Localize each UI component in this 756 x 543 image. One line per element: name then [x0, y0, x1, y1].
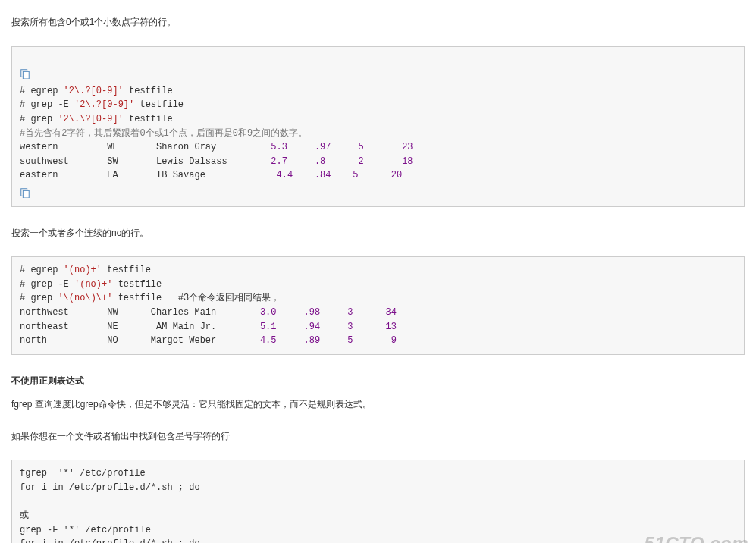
copy-icon[interactable] — [20, 186, 30, 200]
table-row: northeast NE AM Main Jr. 5.1 .94 3 13 — [20, 322, 397, 332]
svg-rect-1 — [23, 71, 29, 79]
svg-rect-3 — [23, 190, 29, 198]
paragraph-2: 搜索一个或者多个连续的no的行。 — [11, 225, 745, 242]
table-row: north NO Margot Weber 4.5 .89 5 9 — [20, 335, 397, 346]
copy-icon[interactable] — [20, 67, 30, 81]
code-block-2: # egrep '(no)+' testfile # grep -E '(no)… — [11, 256, 745, 355]
paragraph-3: fgrep 查询速度比grep命令快，但是不够灵活：它只能找固定的文本，而不是规… — [11, 397, 745, 413]
table-row: eastern EA TB Savage 4.4 .84 5 20 — [20, 170, 402, 180]
table-row: northwest NW Charles Main 3.0 .98 3 34 — [20, 307, 397, 318]
code-block-1: # egrep '2\.?[0-9]' testfile # grep -E '… — [11, 46, 745, 207]
table-row: western WE Sharon Gray 5.3 .97 5 23 — [20, 142, 413, 152]
paragraph-1: 搜索所有包含0个或1个小数点字符的行。 — [11, 14, 745, 31]
paragraph-4: 如果你想在一个文件或者输出中找到包含星号字符的行 — [11, 428, 745, 445]
section-heading: 不使用正则表达式 — [11, 373, 745, 390]
table-row: southwest SW Lewis Dalsass 2.7 .8 2 18 — [20, 156, 413, 167]
code-block-3: fgrep '*' /etc/profile for i in /etc/pro… — [11, 460, 745, 543]
